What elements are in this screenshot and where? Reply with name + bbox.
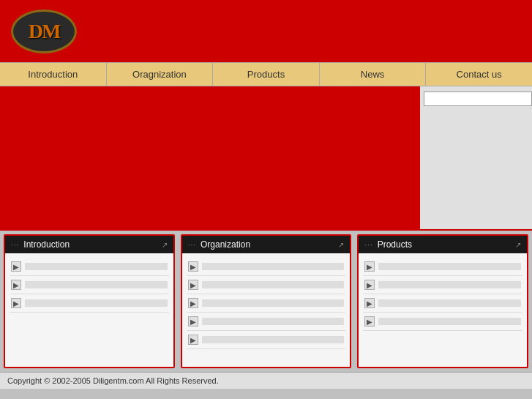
panel-introduction-title: Introduction <box>23 239 70 250</box>
row-content <box>202 318 345 325</box>
panel-expand-icon: ↗ <box>515 241 521 249</box>
row-content <box>202 299 345 307</box>
list-item[interactable]: ▶ <box>187 276 346 294</box>
arrow-icon: ▶ <box>364 316 375 327</box>
arrow-icon: ▶ <box>188 316 198 327</box>
row-content <box>378 299 521 307</box>
login-row: Login <box>424 92 528 106</box>
list-item[interactable]: ▶ <box>363 294 522 313</box>
list-item[interactable]: ▶ <box>10 294 169 313</box>
panel-dots: ··· <box>188 241 196 249</box>
arrow-icon: ▶ <box>364 298 375 308</box>
footer: Copyright © 2002-2005 Diligentm.com All … <box>0 372 532 389</box>
nav-organization[interactable]: Oragnization <box>107 63 214 86</box>
panels-section: ··· Introduction ↗ ▶ ▶ ▶ ··· Organizatio… <box>0 229 532 372</box>
row-content <box>202 263 345 270</box>
list-item[interactable]: ▶ <box>187 331 346 349</box>
arrow-icon: ▶ <box>188 298 198 308</box>
arrow-icon: ▶ <box>11 298 21 308</box>
panel-products-header: ··· Products ↗ <box>359 236 527 253</box>
header: DM <box>0 0 532 62</box>
arrow-icon: ▶ <box>364 280 375 290</box>
row-content <box>378 263 521 270</box>
login-input[interactable] <box>424 92 532 106</box>
navigation: Introduction Oragnization Products News … <box>0 62 532 86</box>
panel-organization-header: ··· Organization ↗ <box>182 236 351 253</box>
panel-introduction-body: ▶ ▶ ▶ <box>5 253 173 367</box>
panel-products-title: Products <box>378 239 412 250</box>
nav-news[interactable]: News <box>320 63 427 86</box>
logo: DM <box>11 10 77 53</box>
row-content <box>202 281 345 288</box>
panel-organization-title: Organization <box>201 239 250 250</box>
row-content <box>25 299 168 307</box>
panel-expand-icon: ↗ <box>338 241 344 249</box>
row-content <box>378 281 521 288</box>
logo-text: DM <box>29 20 60 43</box>
list-item[interactable]: ▶ <box>187 313 346 331</box>
list-item[interactable]: ▶ <box>363 276 522 294</box>
list-item[interactable]: ▶ <box>10 276 169 294</box>
nav-introduction[interactable]: Introduction <box>0 63 107 86</box>
arrow-icon: ▶ <box>11 261 21 272</box>
nav-contact[interactable]: Contact us <box>426 63 532 86</box>
list-item[interactable]: ▶ <box>10 258 169 276</box>
panel-organization-body: ▶ ▶ ▶ ▶ ▶ <box>182 253 351 367</box>
arrow-icon: ▶ <box>11 280 21 290</box>
arrow-icon: ▶ <box>364 261 375 272</box>
list-item[interactable]: ▶ <box>363 313 522 331</box>
row-content <box>25 281 168 288</box>
panel-introduction: ··· Introduction ↗ ▶ ▶ ▶ <box>4 234 175 368</box>
list-item[interactable]: ▶ <box>187 294 346 313</box>
panel-expand-icon: ↗ <box>162 241 168 249</box>
panel-introduction-header: ··· Introduction ↗ <box>5 236 173 253</box>
main-content: Login <box>0 86 532 229</box>
arrow-icon: ▶ <box>188 335 198 345</box>
row-content <box>202 336 345 343</box>
row-content <box>25 263 168 270</box>
arrow-icon: ▶ <box>188 280 198 290</box>
panel-organization: ··· Organization ↗ ▶ ▶ ▶ ▶ ▶ <box>181 234 352 368</box>
nav-products[interactable]: Products <box>213 63 320 86</box>
list-item[interactable]: ▶ <box>363 258 522 276</box>
panel-products-body: ▶ ▶ ▶ ▶ <box>359 253 527 367</box>
panel-products: ··· Products ↗ ▶ ▶ ▶ ▶ <box>357 234 528 368</box>
main-banner <box>0 86 419 229</box>
sidebar: Login <box>419 86 532 229</box>
copyright-text: Copyright © 2002-2005 Diligentm.com All … <box>7 376 219 385</box>
row-content <box>378 318 521 325</box>
panel-dots: ··· <box>11 241 19 249</box>
arrow-icon: ▶ <box>188 261 198 272</box>
panel-dots: ··· <box>364 241 372 249</box>
list-item[interactable]: ▶ <box>187 258 346 276</box>
